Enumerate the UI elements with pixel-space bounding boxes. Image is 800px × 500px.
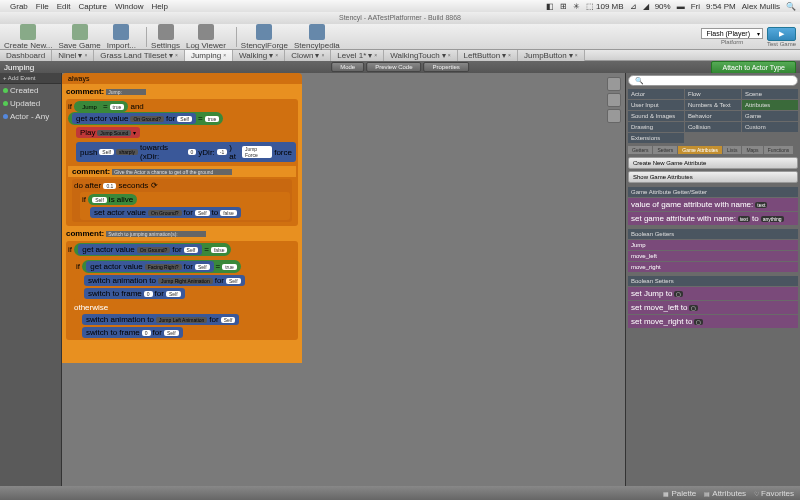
subtab-game-attrs[interactable]: Game Attributes xyxy=(678,146,722,154)
save-game-button[interactable]: Save Game xyxy=(58,24,100,50)
switch-anim-block[interactable]: switch animation to Jump Left Animation … xyxy=(82,314,239,325)
platform-dropdown[interactable]: Flash (Player) xyxy=(701,28,763,39)
if-block[interactable]: if get actor valueFacing Right?forSelf=t… xyxy=(74,258,296,301)
tab-item[interactable]: Grass Land Tileset▾× xyxy=(94,50,185,61)
create-new-button[interactable]: Create New... xyxy=(4,24,52,50)
favorites-tab[interactable]: ♡ Favorites xyxy=(754,489,794,498)
cat-scene[interactable]: Scene xyxy=(742,89,798,99)
tab-item[interactable]: Clown▾× xyxy=(285,50,331,61)
tab-dashboard[interactable]: Dashboard xyxy=(0,50,52,61)
cat-collision[interactable]: Collision xyxy=(685,122,741,132)
cat-attributes[interactable]: Attributes xyxy=(742,100,798,110)
cat-actor[interactable]: Actor xyxy=(628,89,684,99)
always-block[interactable]: always comment: if Jump=true and get act… xyxy=(62,73,302,363)
properties-button[interactable]: Properties xyxy=(424,62,469,72)
cat-sound[interactable]: Sound & Images xyxy=(628,111,684,121)
log-viewer-button[interactable]: Log Viewer xyxy=(186,24,226,50)
clock-time: 9:54 PM xyxy=(706,2,736,11)
cat-flow[interactable]: Flow xyxy=(685,89,741,99)
block-template[interactable]: move_left xyxy=(628,251,798,261)
event-updated[interactable]: Updated xyxy=(0,97,61,110)
set-value-block[interactable]: set actor valueOn Ground?forSelftofalse xyxy=(90,207,241,218)
status-icon: ◧ xyxy=(546,2,554,11)
comment-block[interactable]: comment: xyxy=(62,86,302,97)
canvas-tool[interactable] xyxy=(607,77,621,91)
subtab-setters[interactable]: Setters xyxy=(653,146,677,154)
system-menubar: Grab File Edit Capture Window Help ◧ ⊞ ✳… xyxy=(0,0,800,12)
import-button[interactable]: Import... xyxy=(107,24,136,50)
attach-button[interactable]: Attach to Actor Type xyxy=(711,61,796,74)
tab-item[interactable]: Level 1*▾× xyxy=(331,50,384,61)
preview-code-button[interactable]: Preview Code xyxy=(366,62,421,72)
behavior-header: Jumping Mode Preview Code Properties Att… xyxy=(0,61,800,73)
cat-drawing[interactable]: Drawing xyxy=(628,122,684,132)
block-template[interactable]: move_right xyxy=(628,262,798,272)
subtab-maps[interactable]: Maps xyxy=(742,146,762,154)
switch-anim-block[interactable]: switch animation to Jump Right Animation… xyxy=(84,275,245,286)
cat-extensions[interactable]: Extensions xyxy=(628,133,684,143)
push-block[interactable]: pushSelfsharplytowards (xDir:0yDir:-1) a… xyxy=(76,142,296,162)
section-header: Game Attribute Getter/Setter xyxy=(628,187,798,197)
palette-panel: Actor Flow Scene User Input Numbers & Te… xyxy=(625,73,800,500)
volume-icon[interactable]: ◢ xyxy=(643,2,649,11)
subtab-getters[interactable]: Getters xyxy=(628,146,652,154)
test-game-button[interactable]: ▶ xyxy=(767,27,796,41)
add-event-button[interactable]: + Add Event xyxy=(0,73,61,84)
trash-icon[interactable] xyxy=(607,109,621,123)
settings-button[interactable]: Settings xyxy=(151,24,180,50)
block-template[interactable]: value of game attribute with name:text xyxy=(628,198,798,211)
otherwise-block[interactable]: otherwise xyxy=(74,303,296,312)
block-template[interactable]: set move_right to▢ xyxy=(628,315,798,328)
capture-menu[interactable]: Capture xyxy=(78,2,106,11)
user-name[interactable]: Alex Mullis xyxy=(742,2,780,11)
subtab-functions[interactable]: Functions xyxy=(764,146,794,154)
event-actor-any[interactable]: Actor - Any xyxy=(0,110,61,123)
tab-item[interactable]: JumpButton▾× xyxy=(518,50,585,61)
tab-item[interactable]: LeftButton▾× xyxy=(458,50,518,61)
comment-block[interactable]: comment: xyxy=(62,228,302,239)
file-menu[interactable]: File xyxy=(36,2,49,11)
attributes-tab[interactable]: ▤ Attributes xyxy=(704,489,746,498)
event-created[interactable]: Created xyxy=(0,84,61,97)
block-template[interactable]: set game attribute with name:texttoanyth… xyxy=(628,212,798,225)
wifi-icon[interactable]: ⊿ xyxy=(630,2,637,11)
cat-user-input[interactable]: User Input xyxy=(628,100,684,110)
palette-search[interactable] xyxy=(628,75,798,86)
stencylforge-button[interactable]: StencylForge xyxy=(241,24,288,50)
mode-button[interactable]: Mode xyxy=(331,62,364,72)
switch-frame-block[interactable]: switch to frame 0 for Self xyxy=(82,327,183,338)
if-block[interactable]: if Jump=true and get actor valueOn Groun… xyxy=(66,99,298,226)
palette-tab[interactable]: ▦ Palette xyxy=(663,489,696,498)
play-block[interactable]: Play Jump Sound ▾ xyxy=(76,127,140,138)
cat-numbers[interactable]: Numbers & Text xyxy=(685,100,741,110)
if-block[interactable]: if Self is alive set actor valueOn Groun… xyxy=(80,192,290,220)
show-game-attrs-button[interactable]: Show Game Attributes xyxy=(628,171,798,183)
tab-item[interactable]: WalkingTouch▾× xyxy=(384,50,457,61)
subtab-lists[interactable]: Lists xyxy=(723,146,741,154)
canvas-tool[interactable] xyxy=(607,93,621,107)
block-template[interactable]: set Jump to▢ xyxy=(628,287,798,300)
comment-block[interactable]: comment: xyxy=(68,166,296,177)
window-menu[interactable]: Window xyxy=(115,2,143,11)
tab-item[interactable]: Walking▾× xyxy=(233,50,285,61)
block-template[interactable]: set move_left to▢ xyxy=(628,301,798,314)
block-canvas[interactable]: always comment: if Jump=true and get act… xyxy=(62,73,625,500)
bottom-bar: ▦ Palette ▤ Attributes ♡ Favorites xyxy=(0,486,800,500)
clock-day: Fri xyxy=(691,2,700,11)
tab-item[interactable]: Ninel▾× xyxy=(52,50,94,61)
create-game-attr-button[interactable]: Create New Game Attribute xyxy=(628,157,798,169)
do-after-block[interactable]: do after 0.1 seconds ⟳ if Self is alive … xyxy=(72,179,292,222)
cat-behavior[interactable]: Behavior xyxy=(685,111,741,121)
block-template[interactable]: Jump xyxy=(628,240,798,250)
spotlight-icon[interactable]: 🔍 xyxy=(786,2,796,11)
cat-game[interactable]: Game xyxy=(742,111,798,121)
if-block[interactable]: if get actor valueOn Ground?forSelf=fals… xyxy=(66,241,298,340)
tab-jumping[interactable]: Jumping× xyxy=(185,50,233,61)
battery-icon: ▬ xyxy=(677,2,685,11)
switch-frame-block[interactable]: switch to frame 0 for Self xyxy=(84,288,185,299)
edit-menu[interactable]: Edit xyxy=(57,2,71,11)
help-menu[interactable]: Help xyxy=(151,2,167,11)
cat-custom[interactable]: Custom xyxy=(742,122,798,132)
stencylpedia-button[interactable]: Stencylpedia xyxy=(294,24,340,50)
app-menu[interactable]: Grab xyxy=(10,2,28,11)
